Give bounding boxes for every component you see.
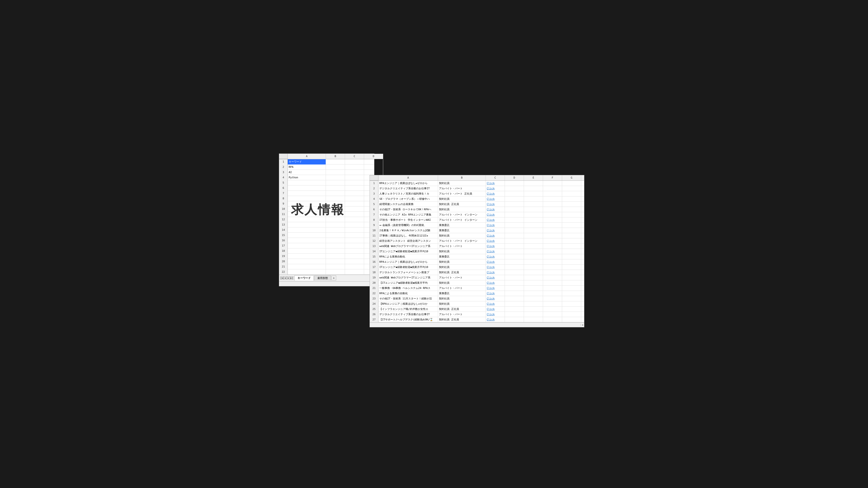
- cell-e[interactable]: [524, 228, 543, 233]
- cell-g[interactable]: [562, 280, 581, 286]
- tab-employment[interactable]: 雇用形態: [314, 275, 331, 281]
- cell-c[interactable]: [345, 206, 364, 212]
- cell-g[interactable]: [562, 249, 581, 254]
- cell-employment-type[interactable]: 契約社員 正社員: [438, 306, 486, 312]
- cell-g[interactable]: [562, 196, 581, 202]
- cell-employment-type[interactable]: アルバイト・パート インターン: [438, 212, 486, 218]
- cell-employment-type[interactable]: 契約社員 正社員: [438, 317, 486, 322]
- cell-e[interactable]: [524, 191, 543, 196]
- cell-click-link[interactable]: Click: [486, 191, 505, 196]
- cell-e[interactable]: [524, 270, 543, 275]
- right-col-header-g[interactable]: G: [562, 175, 581, 181]
- cell-e[interactable]: [524, 181, 543, 186]
- cell-employment-type[interactable]: 業務委託: [438, 291, 486, 296]
- cell-c[interactable]: [345, 243, 364, 249]
- cell-b[interactable]: [326, 191, 345, 196]
- cell-employment-type[interactable]: アルバイト・パート インターン: [438, 218, 486, 223]
- cell-f[interactable]: [543, 254, 562, 259]
- cell-f[interactable]: [543, 228, 562, 233]
- right-col-header-a[interactable]: A: [378, 175, 438, 181]
- cell-b[interactable]: [326, 249, 345, 254]
- more-options-icon-right[interactable]: ⋮: [579, 324, 582, 326]
- cell-f[interactable]: [543, 275, 562, 280]
- cell-d[interactable]: [505, 191, 524, 196]
- left-col-header-c[interactable]: C: [345, 154, 364, 159]
- tab-nav-next[interactable]: ►: [287, 276, 290, 280]
- cell-click-link[interactable]: Click: [486, 238, 505, 243]
- cell-job-title[interactable]: 【インフラエンジニア職/約半数が女性エ: [378, 306, 438, 312]
- cell-f[interactable]: [543, 238, 562, 243]
- cell-b[interactable]: [326, 212, 345, 217]
- cell-click-link[interactable]: Click: [486, 291, 505, 296]
- cell-employment-type[interactable]: 業務委託: [438, 228, 486, 233]
- cell-click-link[interactable]: Click: [486, 249, 505, 254]
- cell-b[interactable]: [326, 233, 345, 238]
- cell-e[interactable]: [524, 186, 543, 191]
- cell-g[interactable]: [562, 228, 581, 233]
- cell-job-title[interactable]: 2名募集！ＲＰＡ／WinActorシステム試験: [378, 228, 438, 233]
- cell-c[interactable]: [345, 159, 364, 164]
- cell-d[interactable]: [505, 196, 524, 202]
- left-table-row[interactable]: 6: [279, 186, 374, 191]
- tab-keyword[interactable]: キーワード: [294, 275, 314, 281]
- cell-employment-type[interactable]: 契約社員 正社員: [438, 270, 486, 275]
- cell-job-title[interactable]: IT担当・事務サポート 学生インターンWAI: [378, 218, 438, 223]
- cell-d[interactable]: [505, 202, 524, 207]
- cell-click-link[interactable]: Click: [486, 280, 505, 286]
- cell-employment-type[interactable]: 契約社員: [438, 296, 486, 301]
- cell-keyword[interactable]: [288, 264, 326, 269]
- cell-d[interactable]: [505, 181, 524, 186]
- right-table-row[interactable]: 102名募集！ＲＰＡ／WinActorシステム試験業務委託Click: [370, 228, 584, 233]
- cell-c[interactable]: [345, 269, 364, 274]
- cell-f[interactable]: [543, 317, 562, 322]
- cell-job-title[interactable]: 【ITサポート/ヘルプデスク(経験浅めOK/⌛: [378, 317, 438, 322]
- cell-c[interactable]: [345, 249, 364, 254]
- cell-b[interactable]: [326, 180, 345, 186]
- cell-keyword[interactable]: [288, 206, 326, 212]
- cell-g[interactable]: [562, 254, 581, 259]
- cell-job-title[interactable]: web関連 WebプログラマーITエンジニア系: [378, 243, 438, 249]
- left-table-row[interactable]: 13: [279, 222, 374, 227]
- cell-f[interactable]: [543, 233, 562, 238]
- cell-keyword[interactable]: Python: [288, 175, 326, 180]
- cell-b[interactable]: [326, 269, 345, 274]
- cell-g[interactable]: [562, 212, 581, 218]
- cell-g[interactable]: [562, 181, 581, 186]
- cell-d[interactable]: [505, 265, 524, 270]
- cell-click-link[interactable]: Click: [486, 286, 505, 291]
- cell-d[interactable]: [505, 306, 524, 312]
- left-table-row[interactable]: 10: [279, 206, 374, 212]
- cell-e[interactable]: [524, 207, 543, 212]
- cell-keyword[interactable]: [288, 249, 326, 254]
- cell-d[interactable]: [505, 270, 524, 275]
- right-table-row[interactable]: 14ITエンジニア◆経験者歓迎◆残業月平均10契約社員Click: [370, 249, 584, 254]
- cell-job-title[interactable]: その他IT・技術系 ロースキルでOK！RPAヘ: [378, 207, 438, 212]
- cell-f[interactable]: [543, 223, 562, 228]
- cell-c[interactable]: [345, 264, 364, 269]
- cell-f[interactable]: [543, 259, 562, 265]
- left-table-row[interactable]: 21: [279, 264, 374, 269]
- cell-d[interactable]: [505, 301, 524, 306]
- cell-f[interactable]: [543, 312, 562, 317]
- cell-b[interactable]: [326, 159, 345, 164]
- cell-d[interactable]: [505, 291, 524, 296]
- left-table-row[interactable]: 7: [279, 191, 374, 196]
- right-table-row[interactable]: 17ITエンジニア◆経験者歓迎◆残業月平均10契約社員Click: [370, 265, 584, 270]
- cell-f[interactable]: [543, 202, 562, 207]
- cell-e[interactable]: [524, 238, 543, 243]
- left-table-row[interactable]: 14: [279, 227, 374, 233]
- cell-keyword[interactable]: [288, 180, 326, 186]
- cell-employment-type[interactable]: アルバイト・パート: [438, 286, 486, 291]
- cell-click-link[interactable]: Click: [486, 275, 505, 280]
- left-col-header-d[interactable]: D: [364, 154, 383, 159]
- left-table-row[interactable]: 5: [279, 180, 374, 186]
- right-table-row[interactable]: 22RPAによる業務の自動化業務委託Click: [370, 291, 584, 296]
- cell-d[interactable]: [505, 233, 524, 238]
- cell-d[interactable]: [505, 238, 524, 243]
- cell-d[interactable]: [505, 254, 524, 259]
- cell-e[interactable]: [524, 275, 543, 280]
- cell-e[interactable]: [524, 223, 543, 228]
- cell-click-link[interactable]: Click: [486, 218, 505, 223]
- right-table-row[interactable]: 25【インフラエンジニア職/約半数が女性エ契約社員 正社員Click: [370, 306, 584, 312]
- cell-d[interactable]: [364, 164, 383, 170]
